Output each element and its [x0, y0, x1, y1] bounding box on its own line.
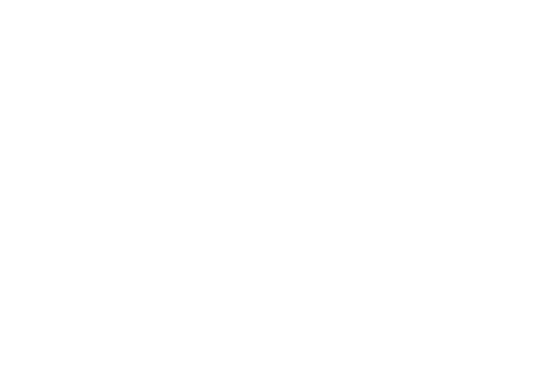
diagram-container [0, 0, 537, 392]
connector-layer [0, 0, 537, 392]
